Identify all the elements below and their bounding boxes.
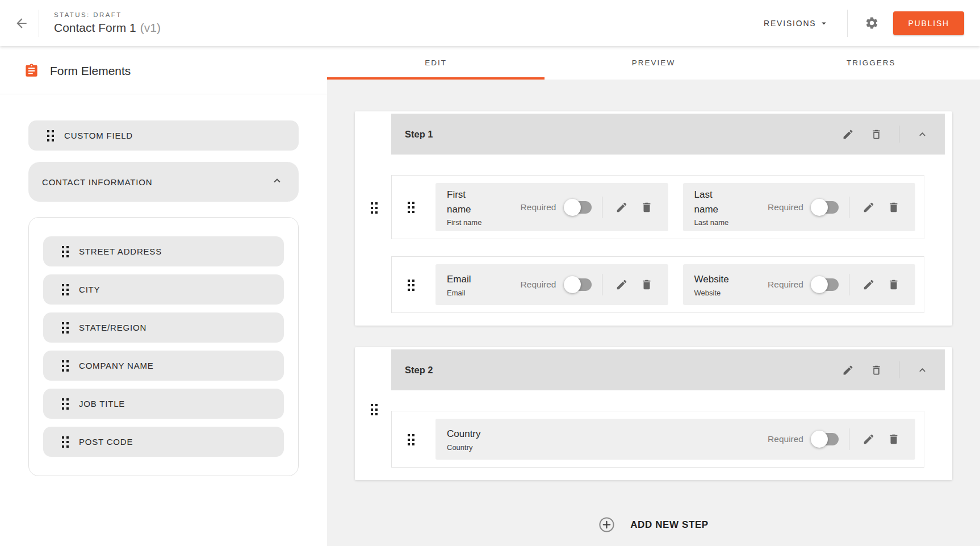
sidebar-item-city[interactable]: CITY bbox=[43, 274, 284, 305]
divider bbox=[899, 126, 899, 143]
sidebar-item-job-title[interactable]: JOB TITLE bbox=[43, 389, 284, 419]
edit-field-button[interactable] bbox=[858, 429, 879, 449]
step-title: Step 1 bbox=[405, 129, 433, 140]
drag-handle-icon[interactable] bbox=[61, 321, 69, 334]
field-name: Email bbox=[447, 289, 471, 297]
delete-step-button[interactable] bbox=[866, 124, 886, 144]
trash-icon bbox=[870, 128, 882, 140]
delete-field-button[interactable] bbox=[883, 197, 904, 218]
required-toggle[interactable] bbox=[566, 278, 592, 291]
pencil-icon bbox=[615, 201, 628, 214]
publish-button[interactable]: PUBLISH bbox=[893, 11, 964, 35]
toggle-knob bbox=[811, 199, 828, 216]
drag-handle-icon[interactable] bbox=[61, 435, 69, 448]
sidebar-item-label: POST CODE bbox=[79, 437, 133, 447]
edit-step-button[interactable] bbox=[837, 360, 858, 380]
gear-icon bbox=[865, 16, 879, 30]
chevron-up-icon bbox=[916, 128, 928, 140]
required-toggle[interactable] bbox=[566, 201, 592, 214]
pencil-icon bbox=[862, 278, 875, 291]
delete-field-button[interactable] bbox=[636, 274, 657, 295]
add-new-step-button[interactable]: ADD NEW STEP bbox=[355, 516, 952, 533]
step-title: Step 2 bbox=[405, 365, 433, 376]
step-drag-handle[interactable] bbox=[370, 201, 378, 214]
step-header: Step 1 bbox=[391, 114, 945, 155]
sidebar-item-state-region[interactable]: STATE/REGION bbox=[43, 312, 284, 343]
toggle-knob bbox=[811, 276, 828, 293]
field-name: Website bbox=[694, 289, 729, 297]
page-title: Contact Form 1 bbox=[54, 21, 136, 35]
sidebar-item-custom-field[interactable]: CUSTOM FIELD bbox=[28, 120, 299, 151]
divider bbox=[847, 10, 848, 37]
drag-handle-icon[interactable] bbox=[407, 201, 415, 214]
field-label: Country bbox=[447, 427, 481, 441]
field-name: Last name bbox=[694, 218, 734, 227]
divider bbox=[602, 274, 602, 295]
edit-step-button[interactable] bbox=[837, 124, 858, 144]
edit-field-button[interactable] bbox=[612, 274, 632, 295]
clipboard-icon bbox=[24, 63, 39, 78]
settings-button[interactable] bbox=[860, 12, 883, 35]
sidebar-group-contact-information[interactable]: CONTACT INFORMATION bbox=[28, 162, 299, 202]
drag-handle-icon[interactable] bbox=[407, 433, 415, 446]
delete-step-button[interactable] bbox=[866, 360, 886, 380]
divider bbox=[849, 274, 849, 295]
drag-handle-icon[interactable] bbox=[61, 245, 69, 258]
required-toggle[interactable] bbox=[813, 201, 839, 214]
field-name: First name bbox=[447, 218, 487, 227]
collapse-step-button[interactable] bbox=[912, 360, 932, 380]
sidebar-item-company-name[interactable]: COMPANY NAME bbox=[43, 351, 284, 381]
sidebar-item-street-address[interactable]: STREET ADDRESS bbox=[43, 236, 284, 266]
delete-field-button[interactable] bbox=[883, 274, 904, 295]
form-builder-app: STATUS: DRAFT Contact Form 1 (v1) REVISI… bbox=[0, 0, 980, 546]
tab-triggers[interactable]: TRIGGERS bbox=[763, 46, 980, 80]
field-row: First name First name Required bbox=[391, 175, 924, 239]
divider bbox=[602, 197, 602, 218]
tab-preview[interactable]: PREVIEW bbox=[545, 46, 762, 80]
delete-field-button[interactable] bbox=[636, 197, 657, 218]
back-button[interactable] bbox=[8, 10, 35, 37]
revisions-button[interactable]: REVISIONS bbox=[760, 12, 832, 34]
required-label: Required bbox=[768, 434, 803, 444]
tab-bar: EDIT PREVIEW TRIGGERS bbox=[327, 46, 980, 80]
collapse-step-button[interactable] bbox=[912, 124, 932, 144]
required-toggle[interactable] bbox=[813, 278, 839, 291]
plus-circle-icon bbox=[598, 516, 615, 533]
toggle-knob bbox=[811, 431, 828, 448]
edit-field-button[interactable] bbox=[858, 197, 879, 218]
sidebar-item-label: COMPANY NAME bbox=[79, 361, 154, 370]
drag-handle-icon[interactable] bbox=[407, 278, 415, 291]
form-elements-sidebar: Form Elements CUSTOM FIELD CONTACT INFOR… bbox=[0, 46, 327, 546]
collapse-group-button[interactable] bbox=[271, 174, 283, 189]
group-label: CONTACT INFORMATION bbox=[42, 177, 152, 187]
required-label: Required bbox=[521, 280, 556, 290]
sidebar-item-post-code[interactable]: POST CODE bbox=[43, 427, 284, 457]
tab-edit[interactable]: EDIT bbox=[327, 46, 545, 80]
form-canvas: Step 1 bbox=[327, 80, 980, 546]
step-drag-handle[interactable] bbox=[370, 403, 378, 416]
drag-handle-icon[interactable] bbox=[61, 283, 69, 296]
sidebar-item-label: STREET ADDRESS bbox=[79, 247, 162, 256]
form-meta: STATUS: DRAFT Contact Form 1 (v1) bbox=[54, 11, 161, 35]
pencil-icon bbox=[615, 278, 628, 291]
divider bbox=[849, 428, 849, 450]
back-arrow-icon bbox=[14, 16, 29, 31]
field-card-last-name: Last name Last name Required bbox=[683, 183, 916, 231]
sidebar-item-label: CITY bbox=[79, 285, 100, 294]
edit-field-button[interactable] bbox=[858, 274, 879, 295]
editor-main: EDIT PREVIEW TRIGGERS Step 1 bbox=[327, 46, 980, 546]
drag-handle-icon[interactable] bbox=[46, 129, 55, 142]
field-label: Website bbox=[694, 272, 729, 287]
delete-field-button[interactable] bbox=[883, 429, 904, 449]
required-toggle[interactable] bbox=[813, 433, 839, 445]
caret-down-icon bbox=[819, 18, 829, 28]
revisions-label: REVISIONS bbox=[764, 19, 816, 28]
drag-handle-icon[interactable] bbox=[61, 359, 69, 372]
field-card-first-name: First name First name Required bbox=[435, 183, 668, 231]
drag-handle-icon[interactable] bbox=[61, 397, 69, 410]
required-label: Required bbox=[768, 202, 803, 212]
edit-field-button[interactable] bbox=[612, 197, 632, 218]
sidebar-item-label: STATE/REGION bbox=[79, 323, 146, 332]
sidebar-item-label: JOB TITLE bbox=[79, 399, 125, 409]
field-card-country: Country Country Required bbox=[435, 419, 915, 460]
